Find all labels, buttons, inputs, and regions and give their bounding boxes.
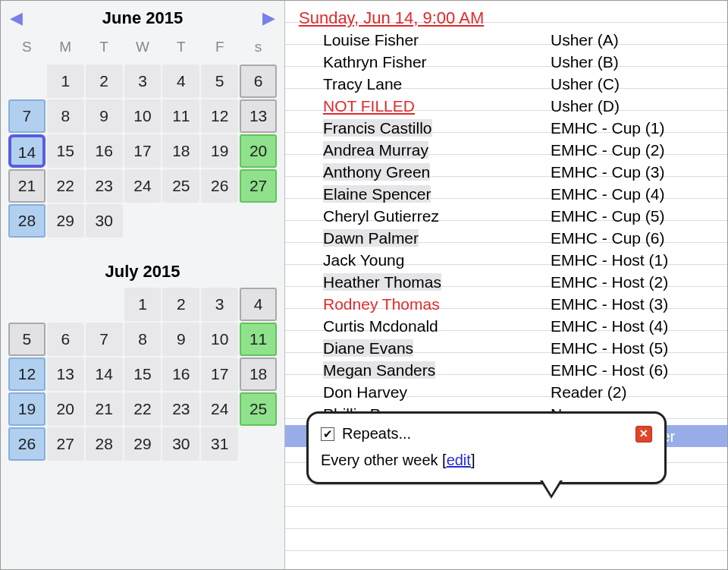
assignment-row[interactable]: Heather ThomasEMHC - Host (2) (299, 271, 714, 293)
calendar-panel: ◀June 2015▶SMTWTFs1234567891011121314151… (1, 1, 285, 569)
calendar-cell-empty (86, 288, 123, 321)
calendar-cell[interactable]: 7 (86, 323, 123, 356)
calendar-cell[interactable]: 17 (124, 134, 162, 168)
calendar-cell[interactable]: 9 (162, 323, 199, 356)
calendar-cell[interactable]: 14 (86, 357, 123, 391)
assignment-row[interactable]: Louise FisherUsher (A) (299, 29, 714, 51)
calendar-cell[interactable]: 3 (124, 65, 162, 98)
assignment-row[interactable]: Francis CastilloEMHC - Cup (1) (299, 117, 714, 139)
calendar-cell[interactable]: 26 (8, 427, 46, 461)
assignment-row[interactable]: Don HarveyReader (2) (299, 381, 714, 403)
calendar-cell[interactable]: 21 (86, 392, 123, 426)
calendar-cell[interactable]: 27 (47, 427, 84, 461)
calendar-cell[interactable]: 10 (124, 99, 162, 133)
day-of-week-label: T (162, 34, 199, 63)
assignment-row[interactable]: Anthony GreenEMHC - Cup (3) (299, 161, 714, 183)
calendar-cell[interactable]: 11 (162, 99, 199, 133)
assignment-row[interactable]: Rodney ThomasEMHC - Host (3) (299, 293, 714, 315)
calendar-cell[interactable]: 2 (86, 65, 123, 98)
calendar-cell[interactable]: 16 (162, 357, 199, 391)
assignment-row[interactable]: Megan SandersEMHC - Host (6) (299, 359, 714, 381)
calendar-cell[interactable]: 12 (8, 357, 46, 391)
calendar-cell[interactable]: 25 (240, 392, 277, 426)
calendar-cell[interactable]: 10 (201, 323, 238, 356)
app-frame: ◀June 2015▶SMTWTFs1234567891011121314151… (0, 0, 728, 570)
calendar-cell[interactable]: 6 (240, 65, 277, 98)
assignment-row[interactable]: NOT FILLEDUsher (D) (299, 95, 714, 117)
calendar-cell[interactable]: 7 (8, 99, 46, 133)
role-label: EMHC - Cup (2) (551, 139, 714, 161)
calendar-cell[interactable]: 12 (201, 99, 238, 133)
assignment-row[interactable]: Dawn PalmerEMHC - Cup (6) (299, 227, 714, 249)
calendar-cell[interactable]: 5 (8, 323, 46, 356)
person-name: Cheryl Gutierrez (323, 205, 551, 227)
calendar-cell[interactable]: 23 (162, 392, 199, 426)
calendar-cell[interactable]: 9 (86, 99, 123, 133)
calendar-cell[interactable]: 15 (47, 134, 84, 168)
repeat-summary: Every other week [edit] (321, 449, 652, 471)
calendar-cell[interactable]: 19 (201, 134, 238, 168)
calendar-cell[interactable]: 8 (47, 99, 84, 133)
calendar-cell[interactable]: 22 (124, 392, 162, 426)
calendar-cell[interactable]: 28 (86, 427, 123, 461)
calendar-cell[interactable]: 19 (8, 392, 46, 426)
calendar-cell[interactable]: 15 (124, 357, 162, 391)
role-label: EMHC - Host (6) (551, 359, 714, 381)
person-name: Francis Castillo (323, 117, 551, 139)
assignment-row[interactable]: Elaine SpencerEMHC - Cup (4) (299, 183, 714, 205)
calendar-cell[interactable]: 1 (47, 65, 84, 98)
calendar-cell[interactable]: 3 (201, 288, 238, 321)
repeat-summary-text: Every other week [ (321, 452, 447, 468)
assignment-row[interactable]: Andrea MurrayEMHC - Cup (2) (299, 139, 714, 161)
calendar-cell[interactable]: 13 (47, 357, 84, 391)
role-label: EMHC - Host (2) (551, 271, 714, 293)
calendar-cell[interactable]: 13 (240, 99, 277, 133)
assignment-row[interactable]: Cheryl GutierrezEMHC - Cup (5) (299, 205, 714, 227)
prev-month-icon[interactable]: ◀ (10, 10, 23, 27)
calendar-cell[interactable]: 5 (201, 65, 238, 98)
next-month-icon[interactable]: ▶ (262, 10, 275, 27)
edit-link[interactable]: edit (447, 452, 471, 468)
calendar-cell[interactable]: 17 (201, 357, 238, 391)
calendar-cell[interactable]: 14 (8, 134, 46, 168)
calendar-cell[interactable]: 27 (240, 169, 277, 203)
close-icon[interactable]: ✕ (635, 426, 652, 442)
calendar-cell[interactable]: 28 (8, 204, 46, 238)
calendar-cell[interactable]: 26 (201, 169, 238, 203)
role-label: Usher (A) (551, 29, 714, 51)
calendar-cell[interactable]: 4 (162, 65, 199, 98)
calendar-cell[interactable]: 25 (162, 169, 199, 203)
calendar-cell[interactable]: 24 (124, 169, 162, 203)
calendar-cell[interactable]: 20 (240, 134, 277, 168)
calendar-cell[interactable]: 8 (124, 323, 162, 356)
day-of-week-label: M (47, 34, 84, 63)
assignment-row[interactable]: Jack YoungEMHC - Host (1) (299, 249, 714, 271)
role-label: EMHC - Cup (6) (551, 227, 714, 249)
calendar-cell[interactable]: 24 (201, 392, 238, 426)
calendar-cell[interactable]: 4 (240, 288, 277, 321)
calendar-cell[interactable]: 31 (201, 427, 238, 461)
calendar-cell[interactable]: 29 (124, 427, 162, 461)
calendar-cell[interactable]: 22 (47, 169, 84, 203)
repeats-checkbox[interactable]: ✔ (321, 427, 334, 441)
assignment-row[interactable]: Tracy LaneUsher (C) (299, 73, 714, 95)
assignment-row[interactable]: Kathryn FisherUsher (B) (299, 51, 714, 73)
calendar-cell[interactable]: 11 (240, 323, 277, 356)
calendar-cell[interactable]: 18 (162, 134, 199, 168)
calendar-cell[interactable]: 21 (8, 169, 46, 203)
calendar-cell[interactable]: 23 (86, 169, 123, 203)
calendar-cell[interactable]: 2 (162, 288, 199, 321)
calendar-cell[interactable]: 30 (162, 427, 199, 461)
calendar-cell-empty (8, 65, 46, 98)
person-name: NOT FILLED (323, 95, 551, 117)
calendar-cell[interactable]: 30 (86, 204, 123, 238)
assignment-row[interactable]: Curtis McdonaldEMHC - Host (4) (299, 315, 714, 337)
calendar-cell[interactable]: 20 (47, 392, 84, 426)
calendar-block: July 20151234567891011121314151617181920… (7, 262, 278, 462)
calendar-cell[interactable]: 6 (47, 323, 84, 356)
calendar-cell[interactable]: 1 (124, 288, 162, 321)
calendar-cell[interactable]: 16 (86, 134, 123, 168)
calendar-cell[interactable]: 29 (47, 204, 84, 238)
assignment-row[interactable]: Diane EvansEMHC - Host (5) (299, 337, 714, 359)
calendar-cell[interactable]: 18 (240, 357, 277, 391)
